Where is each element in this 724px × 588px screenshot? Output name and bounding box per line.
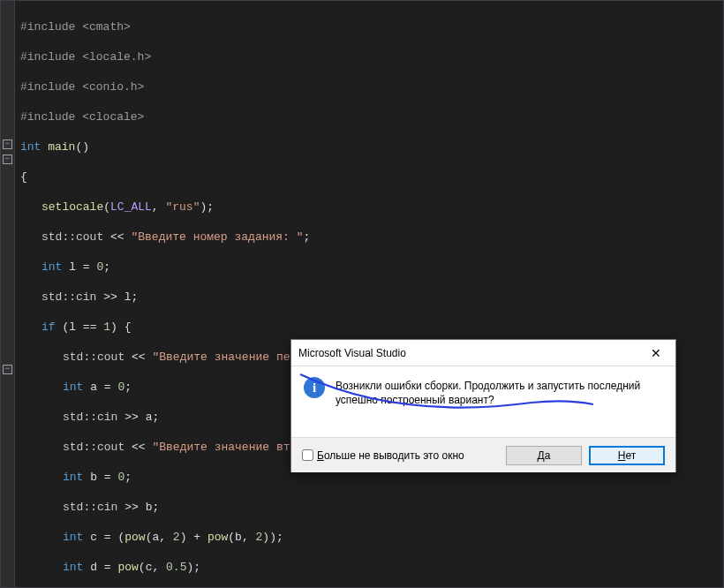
build-error-dialog: Microsoft Visual Studio ✕ i Возникли оши… (290, 339, 676, 472)
keyword: int (20, 140, 41, 154)
no-button[interactable]: Нет (589, 446, 665, 465)
dialog-title: Microsoft Visual Studio (298, 347, 644, 359)
fold-toggle[interactable]: − (3, 365, 12, 374)
code-editor[interactable]: − − − #include <cmath> #include <locale.… (0, 0, 724, 588)
fold-toggle[interactable]: − (3, 139, 12, 149)
dialog-message: Возникли ошибки сборки. Продолжить и зап… (336, 377, 663, 425)
preproc: #include <cmath> (20, 20, 131, 34)
dont-show-label[interactable]: Больше не выводить это окно (317, 449, 464, 462)
info-icon: i (304, 377, 325, 398)
code-area[interactable]: #include <cmath> #include <locale.h> #in… (15, 1, 723, 587)
string: "rus" (165, 200, 200, 214)
dialog-body: i Возникли ошибки сборки. Продолжить и з… (291, 366, 675, 437)
fold-toggle[interactable]: − (3, 155, 12, 164)
string: "Введите номер задания: " (131, 230, 303, 244)
function-name: main (48, 140, 75, 154)
cout: std::cout (41, 230, 103, 244)
dialog-titlebar[interactable]: Microsoft Visual Studio ✕ (291, 340, 675, 366)
yes-button[interactable]: Да (506, 446, 582, 465)
preproc: #include <locale.h> (20, 50, 151, 64)
close-icon[interactable]: ✕ (644, 343, 668, 363)
dont-show-checkbox[interactable] (302, 449, 313, 461)
preproc: #include <conio.h> (20, 80, 144, 94)
dialog-footer: Больше не выводить это окно Да Нет (291, 437, 675, 472)
fold-gutter: − − − (1, 1, 15, 587)
macro: LC_ALL (110, 200, 152, 214)
fn-call: setlocale (41, 200, 103, 214)
preproc: #include <clocale> (20, 110, 144, 124)
